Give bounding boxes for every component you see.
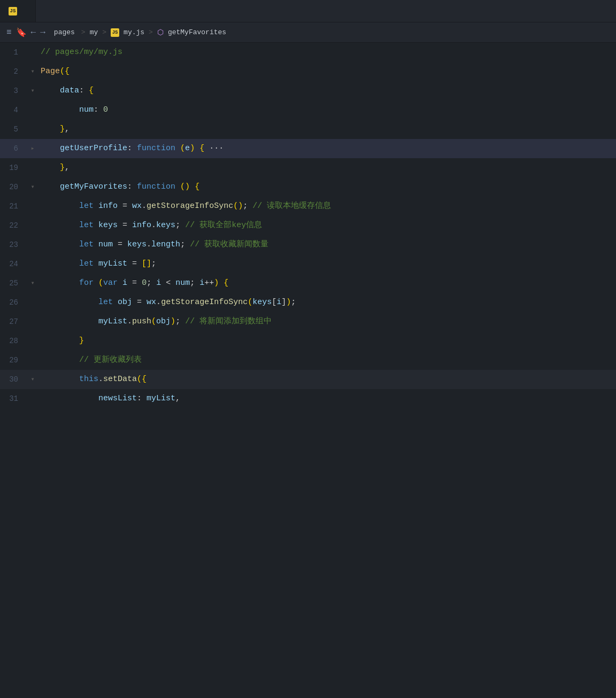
code-content: newsList: myList,: [38, 389, 616, 408]
code-content: let obj = wx.getStorageInfoSync(keys[i])…: [38, 293, 616, 312]
code-line: 6 getUserProfile: function (e) { ···: [0, 139, 616, 158]
code-content: getMyFavorites: function () {: [38, 177, 616, 197]
bookmark-icon[interactable]: 🔖: [16, 27, 27, 38]
code-editor: 1// pages/my/my.js2Page({3 data: {4 num:…: [0, 43, 616, 698]
breadcrumb-sep-3: >: [149, 28, 153, 36]
code-line: 21 let info = wx.getStorageInfoSync(); /…: [0, 197, 616, 216]
line-number: 21: [0, 197, 27, 216]
line-number: 30: [0, 370, 27, 389]
code-line: 19 },: [0, 158, 616, 177]
code-line: 30 this.setData({: [0, 370, 616, 389]
code-line: 3 data: {: [0, 81, 616, 100]
line-number: 29: [0, 351, 27, 370]
code-content: let keys = info.keys; // 获取全部key信息: [38, 216, 616, 235]
code-content: // 更新收藏列表: [38, 351, 616, 370]
tab-bar: JS: [0, 0, 616, 22]
code-line: 27 myList.push(obj); // 将新闻添加到数组中: [0, 312, 616, 331]
breadcrumb-js-icon: JS: [111, 28, 119, 37]
forward-icon[interactable]: →: [40, 28, 45, 37]
line-number: 1: [0, 43, 27, 62]
line-number: 24: [0, 254, 27, 274]
code-line: 4 num: 0: [0, 100, 616, 120]
code-line: 24 let myList = [];: [0, 254, 616, 274]
code-line: 31 newsList: myList,: [0, 389, 616, 408]
code-line: 25 for (var i = 0; i < num; i++) {: [0, 274, 616, 293]
code-content: }: [38, 331, 616, 351]
menu-icon[interactable]: ≡: [6, 28, 12, 37]
fold-arrow[interactable]: [27, 177, 38, 197]
code-content: Page({: [38, 62, 616, 81]
breadcrumb-sep-2: >: [102, 28, 106, 36]
line-number: 2: [0, 62, 27, 81]
line-number: 31: [0, 389, 27, 408]
line-number: 20: [0, 177, 27, 197]
line-number: 28: [0, 331, 27, 351]
code-line: 29 // 更新收藏列表: [0, 351, 616, 370]
code-content: // pages/my/my.js: [38, 43, 616, 62]
code-content: myList.push(obj); // 将新闻添加到数组中: [38, 312, 616, 331]
fold-arrow[interactable]: [27, 370, 38, 389]
code-line: 26 let obj = wx.getStorageInfoSync(keys[…: [0, 293, 616, 312]
code-content: let myList = [];: [38, 254, 616, 274]
line-number: 6: [0, 139, 27, 158]
code-line: 23 let num = keys.length; // 获取收藏新闻数量: [0, 235, 616, 254]
code-content: },: [38, 158, 616, 177]
breadcrumb-sep-1: >: [81, 28, 86, 36]
code-line: 28 }: [0, 331, 616, 351]
code-content: num: 0: [38, 100, 616, 120]
breadcrumb-function: getMyFavorites: [168, 28, 226, 36]
breadcrumb-my: my: [90, 28, 98, 36]
code-line: 20 getMyFavorites: function () {: [0, 177, 616, 197]
fold-arrow[interactable]: [27, 62, 38, 81]
tab-item-myjs[interactable]: JS: [0, 0, 36, 22]
line-number: 5: [0, 120, 27, 139]
code-content: for (var i = 0; i < num; i++) {: [38, 274, 616, 293]
breadcrumb-func-icon: ⬡: [157, 28, 164, 37]
code-line: 2Page({: [0, 62, 616, 81]
code-content: getUserProfile: function (e) { ···: [38, 139, 616, 158]
line-number: 25: [0, 274, 27, 293]
back-icon[interactable]: ←: [31, 28, 36, 37]
code-line: 1// pages/my/my.js: [0, 43, 616, 62]
line-number: 22: [0, 216, 27, 235]
code-content: let num = keys.length; // 获取收藏新闻数量: [38, 235, 616, 254]
code-content: data: {: [38, 81, 616, 100]
fold-arrow[interactable]: [27, 139, 38, 158]
line-number: 19: [0, 158, 27, 177]
line-number: 3: [0, 81, 27, 100]
line-number: 4: [0, 100, 27, 120]
code-content: this.setData({: [38, 370, 616, 389]
code-content: let info = wx.getStorageInfoSync(); // 读…: [38, 197, 616, 216]
breadcrumb-pages: pages: [54, 28, 75, 36]
line-number: 23: [0, 235, 27, 254]
code-line: 5 },: [0, 120, 616, 139]
line-number: 26: [0, 293, 27, 312]
line-number: 27: [0, 312, 27, 331]
breadcrumb-bar: ≡ 🔖 ← → pages > my > JS my.js > ⬡ getMyF…: [0, 22, 616, 43]
breadcrumb-filename: my.js: [124, 28, 144, 36]
code-content: },: [38, 120, 616, 139]
fold-arrow[interactable]: [27, 81, 38, 100]
code-line: 22 let keys = info.keys; // 获取全部key信息: [0, 216, 616, 235]
js-file-icon: JS: [9, 7, 17, 15]
fold-arrow[interactable]: [27, 274, 38, 293]
